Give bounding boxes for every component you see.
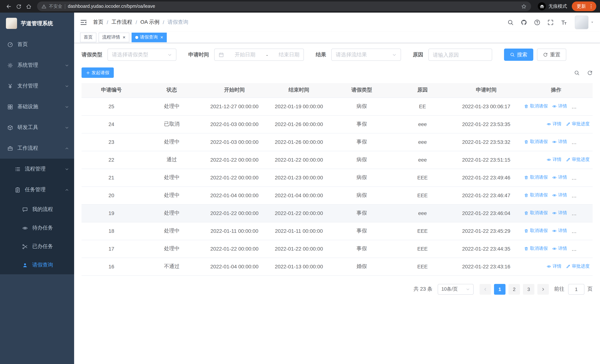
cell-operations: 取消请假详情审批进度 bbox=[520, 222, 593, 240]
details-link[interactable]: 详情 bbox=[552, 103, 567, 110]
column-header: 申请时间 bbox=[453, 83, 520, 97]
page-button-1[interactable]: 1 bbox=[494, 284, 506, 295]
sidebar-item-done-tasks[interactable]: 已办任务 bbox=[0, 237, 74, 256]
cell-operations: 取消请假详情审批进度 bbox=[520, 133, 593, 151]
cancel-leave-link[interactable]: 取消请假 bbox=[524, 228, 548, 234]
filter-form: 请假类型 请选择请假类型 申请时间 开始日期 - 结束日期 bbox=[82, 48, 593, 67]
eye-icon bbox=[547, 122, 551, 126]
tab-process-detail[interactable]: 流程详情× bbox=[99, 32, 129, 42]
address-bar[interactable]: 不安全 dashboard.yudao.iocoder.cn/bpm/oa/le… bbox=[37, 1, 531, 11]
goto-page-input[interactable] bbox=[568, 284, 584, 295]
app-logo[interactable]: 芋道管理系统 bbox=[0, 13, 74, 34]
sidebar-item-my-process[interactable]: 我的流程 bbox=[0, 200, 74, 219]
help-icon[interactable] bbox=[534, 19, 540, 25]
search-icon bbox=[510, 52, 515, 57]
leave-type-label: 请假类型 bbox=[82, 51, 102, 58]
details-link[interactable]: 详情 bbox=[552, 228, 567, 234]
cell-id: 23 bbox=[82, 133, 141, 151]
eye-icon bbox=[552, 246, 557, 251]
reset-button[interactable]: 重置 bbox=[537, 48, 566, 61]
sidebar-collapse-icon[interactable] bbox=[80, 19, 87, 26]
details-link[interactable]: 详情 bbox=[547, 263, 562, 270]
show-search-icon[interactable] bbox=[574, 70, 580, 75]
browser-home-button[interactable] bbox=[24, 1, 34, 11]
chevron-down-icon bbox=[65, 125, 69, 130]
tab-close-icon[interactable]: × bbox=[123, 35, 125, 40]
cancel-leave-link[interactable]: 取消请假 bbox=[524, 246, 548, 252]
tab-home[interactable]: 首页 bbox=[80, 32, 96, 42]
leave-icon bbox=[22, 262, 28, 268]
sidebar-item-task-mgmt[interactable]: 任务管理 bbox=[0, 179, 74, 200]
incognito-label: 无痕模式 bbox=[548, 3, 567, 9]
search-icon[interactable] bbox=[507, 19, 514, 25]
filter-apply-time: 申请时间 开始日期 - 结束日期 bbox=[188, 48, 304, 61]
header-tools bbox=[507, 19, 567, 25]
avatar-menu[interactable] bbox=[575, 15, 594, 29]
page-button-3[interactable]: 3 bbox=[523, 284, 534, 295]
security-label[interactable]: 不安全 bbox=[49, 3, 62, 9]
approval-progress-link[interactable]: 审批进度 bbox=[566, 263, 590, 270]
tab-close-icon[interactable]: × bbox=[160, 35, 163, 40]
sidebar-item-home[interactable]: 首页 bbox=[0, 34, 74, 55]
start-date-placeholder: 开始日期 bbox=[234, 51, 255, 58]
sidebar-item-workflow[interactable]: 工作流程 bbox=[0, 138, 74, 159]
op-label: 详情 bbox=[558, 174, 567, 181]
sidebar-item-leave-query[interactable]: 请假查询 bbox=[0, 256, 74, 274]
details-link[interactable]: 详情 bbox=[552, 246, 567, 252]
approval-progress-link[interactable]: 审批进度 bbox=[566, 157, 590, 163]
browser-reload-button[interactable] bbox=[14, 1, 24, 11]
details-link[interactable]: 详情 bbox=[547, 121, 562, 127]
cell-end: 2022-01-04 00:00:00 bbox=[266, 187, 331, 204]
cancel-leave-link[interactable]: 取消请假 bbox=[524, 139, 548, 145]
sidebar-item-process-mgmt[interactable]: 流程管理 bbox=[0, 159, 74, 179]
cell-reason: eee bbox=[392, 204, 453, 222]
page-size-value: 10条/页 bbox=[441, 286, 458, 292]
result-select[interactable]: 请选择流结果 bbox=[331, 48, 401, 61]
cancel-leave-link[interactable]: 取消请假 bbox=[524, 103, 548, 110]
cell-reason: eee bbox=[392, 115, 453, 133]
table-row-23: 23处理中2022-01-03 00:00:002022-01-26 00:00… bbox=[82, 133, 593, 151]
leave-type-select[interactable]: 请选择请假类型 bbox=[107, 48, 176, 61]
page: 不安全 dashboard.yudao.iocoder.cn/bpm/oa/le… bbox=[0, 0, 600, 364]
details-link[interactable]: 详情 bbox=[552, 139, 567, 145]
sidebar-item-system-mgmt[interactable]: 系统管理 bbox=[0, 55, 74, 76]
browser-back-button[interactable] bbox=[4, 1, 14, 11]
reason-input[interactable] bbox=[428, 48, 492, 61]
op-label: 审批进度 bbox=[577, 228, 593, 234]
next-page-button[interactable] bbox=[537, 284, 549, 295]
browser-menu-icon[interactable] bbox=[589, 4, 594, 9]
approval-progress-link[interactable]: 审批进度 bbox=[566, 121, 590, 127]
sidebar-item-dev-tools[interactable]: 研发工具 bbox=[0, 117, 74, 138]
sidebar-item-todo-tasks[interactable]: 待办任务 bbox=[0, 219, 74, 237]
apply-time-range-picker[interactable]: 开始日期 - 结束日期 bbox=[214, 48, 304, 61]
arrow-left-icon bbox=[483, 287, 487, 291]
github-icon[interactable] bbox=[521, 19, 527, 25]
breadcrumb-item[interactable]: OA 示例 bbox=[141, 19, 159, 26]
op-label: 审批进度 bbox=[577, 192, 593, 198]
breadcrumb-item[interactable]: 首页 bbox=[93, 19, 103, 26]
fullscreen-icon[interactable] bbox=[547, 19, 554, 25]
prev-page-button[interactable] bbox=[479, 284, 491, 295]
details-link[interactable]: 详情 bbox=[552, 192, 567, 198]
cancel-leave-link[interactable]: 取消请假 bbox=[524, 192, 548, 198]
details-link[interactable]: 详情 bbox=[547, 157, 562, 163]
tab-leave-query[interactable]: 请假查询× bbox=[131, 32, 167, 42]
create-leave-button[interactable]: 发起请假 bbox=[82, 67, 114, 78]
cancel-leave-link[interactable]: 取消请假 bbox=[524, 210, 548, 216]
details-link[interactable]: 详情 bbox=[552, 210, 567, 216]
op-label: 审批进度 bbox=[577, 246, 593, 252]
font-size-icon[interactable] bbox=[561, 19, 567, 25]
page-button-2[interactable]: 2 bbox=[508, 284, 520, 295]
cancel-leave-link[interactable]: 取消请假 bbox=[524, 174, 548, 181]
breadcrumb-item[interactable]: 工作流程 bbox=[112, 19, 132, 26]
cell-reason: eee bbox=[392, 133, 453, 151]
page-size-select[interactable]: 10条/页 bbox=[438, 284, 474, 295]
refresh-list-icon[interactable] bbox=[587, 70, 593, 75]
bookmark-star-icon[interactable] bbox=[521, 3, 527, 9]
update-button[interactable]: 更新 bbox=[572, 1, 596, 11]
details-link[interactable]: 详情 bbox=[552, 174, 567, 181]
sidebar-item-infrastructure[interactable]: 基础设施 bbox=[0, 96, 74, 117]
cell-operations: 详情审批进度 bbox=[520, 258, 593, 275]
sidebar-item-payment-mgmt[interactable]: 支付管理 bbox=[0, 76, 74, 96]
search-button[interactable]: 搜索 bbox=[504, 48, 533, 61]
